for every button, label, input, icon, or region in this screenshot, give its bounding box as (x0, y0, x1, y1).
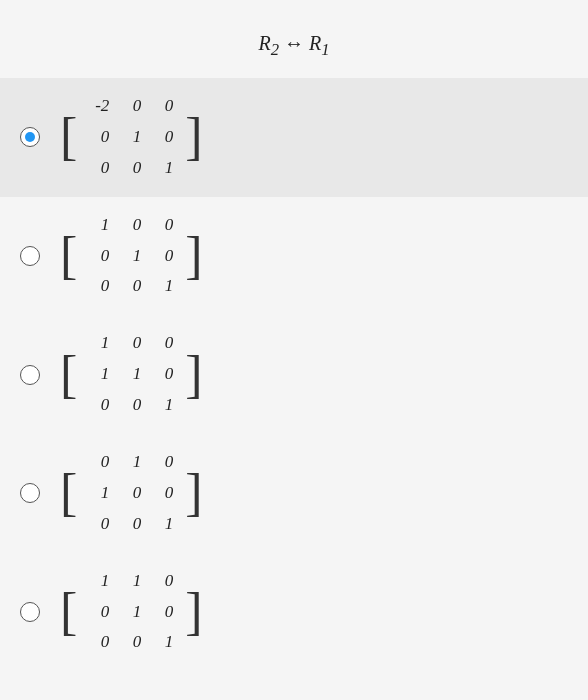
bracket-right-b: ] (185, 230, 202, 282)
matrix-grid-a: -200010001 (83, 92, 179, 183)
cell-c-1-1: 1 (115, 360, 147, 389)
cell-e-1-2: 0 (147, 598, 179, 627)
cell-d-1-2: 0 (147, 479, 179, 508)
question-text (0, 0, 588, 26)
cell-d-2-1: 0 (115, 510, 147, 539)
cell-a-1-2: 0 (147, 123, 179, 152)
cell-b-2-1: 0 (115, 272, 147, 301)
cell-c-0-0: 1 (83, 329, 115, 358)
bracket-right-e: ] (185, 586, 202, 638)
bracket-left-c: [ (60, 349, 77, 401)
cell-d-0-0: 0 (83, 448, 115, 477)
matrix-grid-d: 010100001 (83, 448, 179, 539)
cell-e-0-2: 0 (147, 567, 179, 596)
matrix-grid-c: 100110001 (83, 329, 179, 420)
cell-a-1-0: 0 (83, 123, 115, 152)
matrix-grid-e: 110010001 (83, 567, 179, 658)
cell-c-2-2: 1 (147, 391, 179, 420)
cell-e-1-0: 0 (83, 598, 115, 627)
cell-d-0-2: 0 (147, 448, 179, 477)
bracket-right-d: ] (185, 467, 202, 519)
option-row-b[interactable]: [100010001] (0, 197, 588, 316)
cell-a-0-0: -2 (83, 92, 115, 121)
bracket-left-d: [ (60, 467, 77, 519)
cell-c-0-2: 0 (147, 329, 179, 358)
cell-a-2-1: 0 (115, 154, 147, 183)
bracket-left-b: [ (60, 230, 77, 282)
matrix-a: [-200010001] (60, 92, 203, 183)
cell-a-2-0: 0 (83, 154, 115, 183)
cell-d-1-0: 1 (83, 479, 115, 508)
cell-d-2-0: 0 (83, 510, 115, 539)
cell-e-0-0: 1 (83, 567, 115, 596)
cell-d-1-1: 0 (115, 479, 147, 508)
cell-a-1-1: 1 (115, 123, 147, 152)
cell-e-2-1: 0 (115, 628, 147, 657)
option-list: [-200010001][100010001][100110001][01010… (0, 78, 588, 671)
cell-c-0-1: 0 (115, 329, 147, 358)
cell-a-0-2: 0 (147, 92, 179, 121)
matrix-c: [100110001] (60, 329, 203, 420)
radio-b[interactable] (20, 246, 40, 266)
matrix-e: [110010001] (60, 567, 203, 658)
cell-b-2-2: 1 (147, 272, 179, 301)
cell-e-1-1: 1 (115, 598, 147, 627)
question-formula: R2 ↔ R1 (0, 26, 588, 78)
cell-e-2-2: 1 (147, 628, 179, 657)
cell-a-0-1: 0 (115, 92, 147, 121)
radio-c[interactable] (20, 365, 40, 385)
bracket-left-a: [ (60, 111, 77, 163)
radio-d[interactable] (20, 483, 40, 503)
cell-b-1-0: 0 (83, 242, 115, 271)
cell-b-2-0: 0 (83, 272, 115, 301)
cell-c-1-0: 1 (83, 360, 115, 389)
matrix-d: [010100001] (60, 448, 203, 539)
option-row-d[interactable]: [010100001] (0, 434, 588, 553)
cell-b-1-1: 1 (115, 242, 147, 271)
option-row-c[interactable]: [100110001] (0, 315, 588, 434)
matrix-grid-b: 100010001 (83, 211, 179, 302)
cell-d-2-2: 1 (147, 510, 179, 539)
cell-c-2-1: 0 (115, 391, 147, 420)
cell-e-2-0: 0 (83, 628, 115, 657)
bracket-left-e: [ (60, 586, 77, 638)
radio-e[interactable] (20, 602, 40, 622)
matrix-b: [100010001] (60, 211, 203, 302)
cell-b-0-1: 0 (115, 211, 147, 240)
cell-b-1-2: 0 (147, 242, 179, 271)
option-row-a[interactable]: [-200010001] (0, 78, 588, 197)
cell-e-0-1: 1 (115, 567, 147, 596)
option-row-e[interactable]: [110010001] (0, 553, 588, 672)
cell-b-0-0: 1 (83, 211, 115, 240)
cell-b-0-2: 0 (147, 211, 179, 240)
bracket-right-c: ] (185, 349, 202, 401)
cell-d-0-1: 1 (115, 448, 147, 477)
cell-c-2-0: 0 (83, 391, 115, 420)
cell-c-1-2: 0 (147, 360, 179, 389)
bracket-right-a: ] (185, 111, 202, 163)
cell-a-2-2: 1 (147, 154, 179, 183)
radio-a[interactable] (20, 127, 40, 147)
